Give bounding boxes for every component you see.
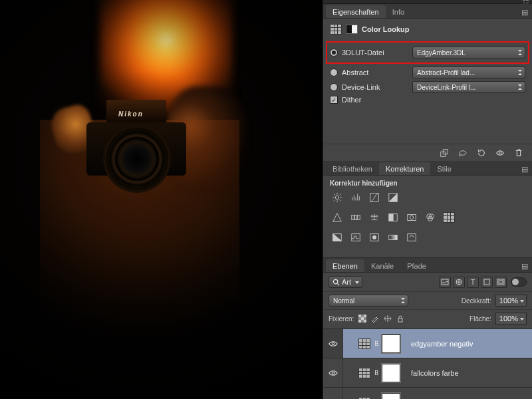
visibility-toggle[interactable] <box>323 329 343 358</box>
svg-rect-35 <box>364 320 366 323</box>
filter-pixel-icon[interactable] <box>439 277 451 288</box>
adj-gradientmap-icon[interactable] <box>386 231 400 244</box>
svg-rect-32 <box>364 315 366 317</box>
svg-rect-6 <box>352 215 354 219</box>
tab-libraries[interactable]: Bibliotheken <box>326 162 379 175</box>
canvas-preview[interactable]: Nikon <box>0 0 323 399</box>
properties-panel-menu[interactable]: ▤ <box>517 7 532 18</box>
filter-adjust-icon[interactable] <box>453 277 465 288</box>
properties-tabbar: Eigenschaften Info ▤ <box>323 4 532 19</box>
blend-mode-dropdown[interactable]: Normal <box>329 295 408 307</box>
properties-footer <box>323 144 532 161</box>
tab-layers[interactable]: Ebenen <box>326 259 364 272</box>
lock-position-icon[interactable] <box>383 314 392 323</box>
adj-vibrance-icon[interactable] <box>330 211 344 224</box>
adj-posterize-icon[interactable] <box>348 231 363 244</box>
svg-rect-31 <box>358 315 361 317</box>
corrections-panel-menu[interactable]: ▤ <box>517 164 532 175</box>
tab-corrections[interactable]: Korrekturen <box>379 162 430 175</box>
opacity-value[interactable]: 100% <box>495 295 527 307</box>
visibility-toggle[interactable] <box>323 388 343 399</box>
layers-list: 𐌇 edgyamber negativ 𐌇 fallcolors farbe 𐌇… <box>323 329 532 399</box>
svg-rect-7 <box>354 215 357 219</box>
svg-rect-27 <box>484 279 489 285</box>
svg-point-37 <box>332 342 334 345</box>
adjustment-title: Color Lookup <box>362 25 410 33</box>
adj-exposure-icon[interactable] <box>386 191 400 204</box>
clip-button[interactable] <box>436 146 452 160</box>
label-dither: Dither <box>342 96 408 104</box>
radio-abstract[interactable] <box>330 68 338 76</box>
radio-devicelink[interactable] <box>330 83 338 91</box>
svg-point-38 <box>332 372 334 374</box>
adj-bw-icon[interactable] <box>386 211 400 224</box>
lookup-icon <box>330 24 342 35</box>
adj-threshold-icon[interactable] <box>367 231 382 244</box>
lock-all-icon[interactable] <box>396 314 405 323</box>
tab-properties[interactable]: Eigenschaften <box>326 5 386 18</box>
layer-mask-thumb[interactable] <box>382 364 400 382</box>
adj-levels-icon[interactable] <box>348 191 363 204</box>
filter-toggle[interactable] <box>511 277 527 287</box>
svg-rect-33 <box>361 317 364 320</box>
svg-rect-13 <box>408 215 416 221</box>
dropdown-abstract[interactable]: Abstract-Profil lad... <box>412 66 525 78</box>
radio-3dlut[interactable] <box>330 49 338 57</box>
layer-row[interactable]: 𐌇 fallcolors farbe <box>323 358 532 388</box>
link-icon[interactable]: 𐌇 <box>373 369 380 376</box>
svg-rect-11 <box>389 214 393 221</box>
tab-paths[interactable]: Pfade <box>400 259 433 272</box>
adj-selectivecolor-icon[interactable] <box>404 231 419 244</box>
adj-colorlookup-icon[interactable] <box>442 211 456 224</box>
layer-mask-thumb[interactable] <box>382 393 400 400</box>
visibility-button[interactable] <box>492 146 508 160</box>
layer-name[interactable]: edgyamber negativ <box>411 340 473 348</box>
adj-photofilter-icon[interactable] <box>404 211 419 224</box>
tab-channels[interactable]: Kanäle <box>364 259 400 272</box>
filter-shape-icon[interactable] <box>481 277 493 288</box>
filter-smart-icon[interactable] <box>495 277 507 288</box>
mask-icon[interactable] <box>346 25 358 34</box>
adj-brightness-icon[interactable] <box>330 191 344 204</box>
svg-rect-36 <box>398 319 402 322</box>
checkbox-dither[interactable]: ✓ <box>330 96 338 104</box>
layer-mask-thumb[interactable] <box>382 334 400 353</box>
reset-button[interactable] <box>473 146 489 160</box>
adj-hue-icon[interactable] <box>348 211 363 224</box>
layers-filter-row: Art T <box>323 273 532 292</box>
panels-column: Eigenschaften Info ▤ Color Lookup 3DLUT-… <box>323 0 532 399</box>
label-devicelink: Device-Link <box>342 83 408 91</box>
svg-point-2 <box>499 152 501 154</box>
layer-adjustment-icon <box>358 396 371 400</box>
svg-rect-12 <box>393 214 397 221</box>
filter-type-icon[interactable]: T <box>467 277 479 288</box>
view-previous-button[interactable] <box>455 146 471 160</box>
adj-curves-icon[interactable] <box>367 191 382 204</box>
svg-rect-19 <box>352 234 360 241</box>
layer-row[interactable]: 𐌇 filmstock aufhellen <box>323 388 532 399</box>
corrections-tabbar: Bibliotheken Korrekturen Stile ▤ <box>323 161 532 176</box>
delete-button[interactable] <box>511 146 527 160</box>
adj-invert-icon[interactable] <box>330 231 344 244</box>
svg-rect-8 <box>358 215 360 219</box>
tab-info[interactable]: Info <box>386 5 411 18</box>
lock-label: Fixieren: <box>329 315 354 323</box>
svg-rect-34 <box>358 320 361 323</box>
visibility-toggle[interactable] <box>323 358 343 387</box>
adj-channelmixer-icon[interactable] <box>423 211 438 224</box>
lock-paint-icon[interactable] <box>370 314 380 323</box>
opacity-label: Deckkraft: <box>462 297 491 305</box>
layer-filter-type[interactable]: Art <box>329 276 362 288</box>
fill-label: Fläche: <box>469 315 491 323</box>
adj-colorbalance-icon[interactable] <box>367 211 382 224</box>
lock-transparent-icon[interactable] <box>358 314 367 323</box>
dropdown-devicelink[interactable]: DeviceLink-Profil l... <box>412 81 525 93</box>
layer-name[interactable]: fallcolors farbe <box>411 369 459 377</box>
fill-value[interactable]: 100% <box>495 313 527 325</box>
tab-styles[interactable]: Stile <box>430 162 458 175</box>
layer-row[interactable]: 𐌇 edgyamber negativ <box>323 329 532 358</box>
layers-panel-menu[interactable]: ▤ <box>517 261 532 272</box>
link-icon[interactable]: 𐌇 <box>373 340 380 347</box>
dropdown-3dlut[interactable]: EdgyAmber.3DL <box>412 47 525 59</box>
layer-adjustment-icon <box>358 367 371 379</box>
